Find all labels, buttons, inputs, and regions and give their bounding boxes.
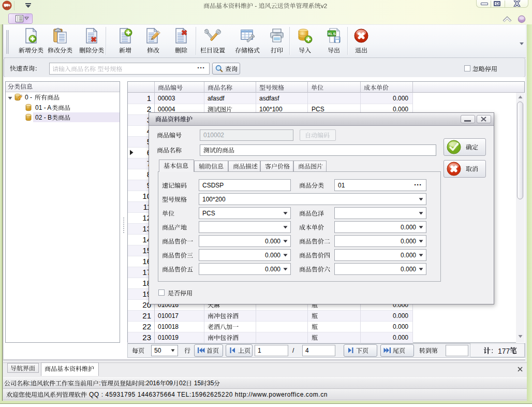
- svg-text:XLS: XLS: [328, 32, 336, 36]
